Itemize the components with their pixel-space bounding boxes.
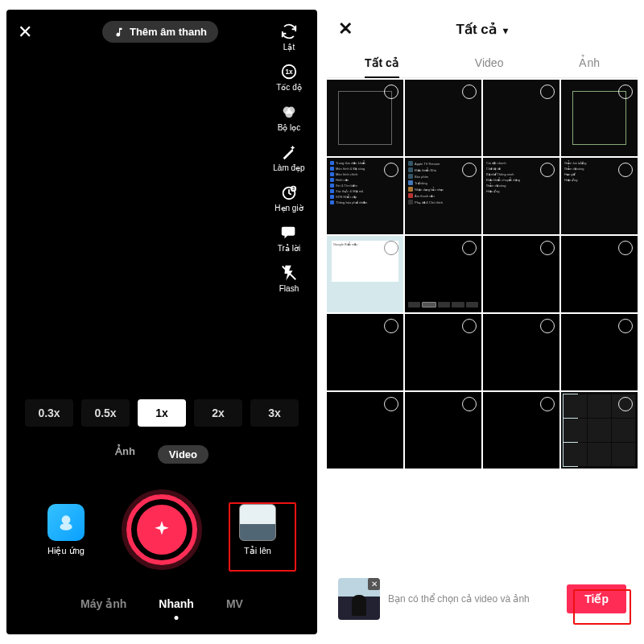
media-item[interactable] [561,236,638,312]
remove-selection-icon[interactable]: ✕ [368,578,380,590]
close-icon[interactable]: ✕ [338,19,353,39]
tab-all[interactable]: Tất cả [360,48,404,77]
speed-3x[interactable]: 3x [250,399,299,427]
mode-camera[interactable]: Máy ảnh [80,597,126,610]
tab-video[interactable]: Video [470,48,509,77]
media-item[interactable] [483,236,559,312]
media-item[interactable] [483,80,559,156]
hint-text: Bạn có thể chọn cả video và ảnh [388,593,559,605]
add-sound-button[interactable]: Thêm âm thanh [102,21,218,43]
svg-point-10 [60,523,72,530]
speed-1x[interactable]: 1x [138,399,186,427]
picker-footer: ✕ Bạn có thể chọn cả video và ảnh Tiếp [327,567,638,634]
tab-video[interactable]: Video [158,445,208,464]
music-note-icon [114,27,125,38]
tool-flash[interactable]: Flash [267,264,311,293]
media-grid: Trung tâm điều khiển Màn hình & Độ sáng … [327,78,638,469]
speed-icon: 1x [280,63,298,80]
media-item[interactable]: Trung tâm điều khiển Màn hình & Độ sáng … [327,158,403,234]
media-item[interactable] [405,80,481,156]
media-item[interactable]: Google Biểu mẫu [327,236,403,312]
media-item[interactable] [327,314,403,390]
speed-2x[interactable]: 2x [194,399,242,427]
album-dropdown[interactable]: Tất cả ▾ [456,21,509,38]
upload-thumb [239,504,276,541]
record-button[interactable] [126,494,197,565]
upload-button[interactable]: Tải lên [230,504,285,556]
filter-icon [280,103,298,121]
flash-off-icon [280,264,298,282]
effects-icon [47,504,85,541]
side-tools: Lật 1x Tốc độ Bộ lọc Làm đẹp 3 Hẹn giờ T… [267,23,311,293]
speed-0-5x[interactable]: 0.5x [81,399,130,427]
tool-speed[interactable]: 1x Tốc độ [267,63,311,92]
media-item[interactable] [327,80,403,156]
mode-mv[interactable]: MV [226,597,243,610]
media-item[interactable] [405,392,481,469]
media-item[interactable] [561,392,638,469]
flip-icon [280,23,298,40]
tool-reply[interactable]: Trả lời [267,224,311,253]
selected-thumb[interactable]: ✕ [338,578,380,620]
picker-tabs: Tất cả Video Ảnh [327,48,638,78]
gallery-picker-screen: ✕ Tất cả ▾ Tất cả Video Ảnh Trung tâm đi… [327,10,638,634]
media-type-tabs: Ảnh Video [6,445,317,464]
close-icon[interactable]: ✕ [18,22,32,43]
mode-quick[interactable]: Nhanh [159,597,194,610]
add-sound-label: Thêm âm thanh [130,26,207,38]
tool-beauty[interactable]: Làm đẹp [267,143,311,172]
tool-timer[interactable]: 3 Hẹn giờ [267,184,311,213]
speed-selector: 0.3x 0.5x 1x 2x 3x [6,399,317,427]
sparkle-icon [151,519,172,540]
tab-photo[interactable]: Ảnh [574,48,605,77]
media-item[interactable] [483,392,559,469]
media-item[interactable] [405,236,481,312]
mode-indicator-dot [175,616,179,620]
tool-filter[interactable]: Bộ lọc [267,103,311,132]
media-item[interactable] [561,80,638,156]
media-item[interactable] [561,314,638,390]
effects-button[interactable]: Hiệu ứng [39,504,93,556]
timer-icon: 3 [280,184,298,201]
tab-photo[interactable]: Ảnh [115,445,135,464]
next-button[interactable]: Tiếp [567,584,626,613]
record-inner [137,505,187,555]
media-item[interactable] [327,392,403,469]
media-item[interactable] [405,314,481,390]
media-item[interactable]: Giảm âm lượng Giảm độ sáng Hẹn giờ Hiệu … [561,158,638,234]
media-item[interactable]: Cài đặt nhanh Chế độ tối Bộ nhớ Thông mi… [483,158,559,234]
media-item[interactable] [483,314,559,390]
mode-tabs: Máy ảnh Nhanh MV [6,597,317,610]
speed-0-3x[interactable]: 0.3x [25,399,73,427]
wand-icon [280,143,298,161]
camera-screen: ✕ Thêm âm thanh Lật 1x Tốc độ Bộ lọc [6,10,317,634]
svg-point-9 [62,515,71,524]
media-item[interactable]: Apple TV Remote Điều khiển Nhà Bàn phím … [405,158,481,234]
tool-flip[interactable]: Lật [267,23,311,52]
svg-point-4 [285,110,292,118]
chevron-down-icon: ▾ [503,25,508,36]
svg-text:1x: 1x [285,68,293,76]
picker-header: ✕ Tất cả ▾ [327,10,638,48]
reply-icon [280,224,298,242]
